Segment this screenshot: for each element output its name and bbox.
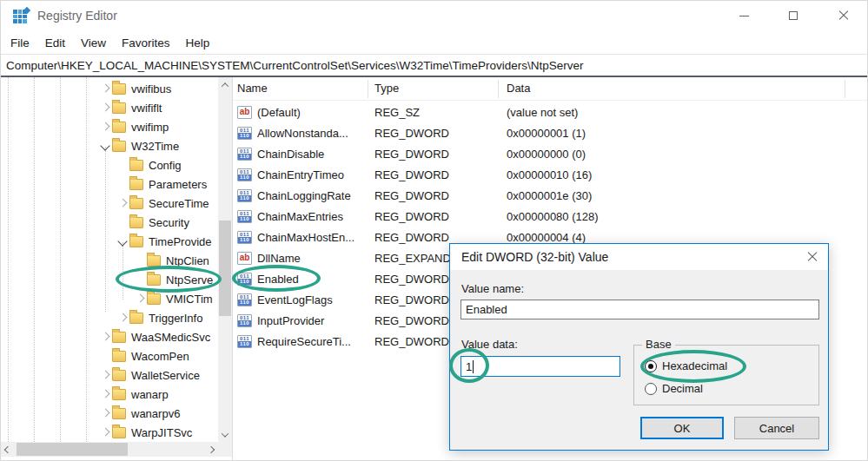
menu-favorites[interactable]: Favorites [114, 34, 178, 52]
value-name: DllName [257, 252, 301, 265]
menu-help[interactable]: Help [178, 34, 218, 52]
list-row[interactable]: 011110ChainEntryTimeoREG_DWORD0x00000010… [233, 164, 868, 185]
column-separator[interactable] [368, 80, 368, 98]
tree-item-waasmedicsvc[interactable]: WaaSMedicSvc [1, 327, 210, 346]
menu-file[interactable]: File [3, 34, 37, 52]
edit-dword-dialog: Edit DWORD (32-bit) Value Value name: En… [449, 243, 829, 451]
maximize-icon [789, 11, 798, 20]
radio-decimal[interactable]: Decimal [645, 382, 703, 395]
tree-item-wanarpv6[interactable]: wanarpv6 [1, 404, 180, 423]
dialog-title: Edit DWORD (32-bit) Value [461, 250, 608, 264]
value-type: REG_DWORD [374, 185, 500, 206]
radio-unselected-icon[interactable] [645, 383, 657, 395]
chevron-right-icon[interactable] [98, 330, 112, 344]
tree-item-security[interactable]: Security [1, 213, 189, 232]
chevron-down-icon[interactable] [116, 234, 129, 248]
folder-icon [112, 370, 126, 381]
registry-editor-window: Registry Editor File Edit View Favorites… [0, 0, 868, 461]
close-icon [807, 252, 818, 262]
tree-horizontal-scrollbar[interactable] [1, 442, 218, 457]
base-groupbox: Base Hexadecimal Decimal [633, 345, 819, 405]
list-row[interactable]: ab(Default)REG_SZ(value not set) [233, 102, 868, 122]
chevron-down-icon[interactable] [98, 139, 112, 153]
tree-item-ntpserver[interactable]: NtpServe [1, 270, 213, 289]
tree-item-vwifibus[interactable]: vwifibus [1, 79, 171, 98]
tree-item-label: Parameters [149, 178, 207, 191]
value-name-input[interactable]: Enabled [461, 300, 819, 319]
chevron-right-icon[interactable] [116, 311, 129, 325]
value-name: (Default) [257, 106, 301, 119]
minimize-button[interactable] [731, 6, 757, 25]
folder-icon [129, 160, 143, 171]
value-name: RequireSecureTi... [257, 335, 351, 348]
value-data-label: Value data: [461, 338, 518, 351]
scroll-right-arrow-icon[interactable] [204, 442, 218, 457]
list-row[interactable]: 011110AllowNonstanda...REG_DWORD0x000000… [233, 122, 868, 143]
dword-value-icon: 011110 [237, 273, 252, 286]
tree-item-walletservice[interactable]: WalletService [1, 366, 200, 385]
value-name-text: Enabled [466, 303, 507, 316]
chevron-right-icon[interactable] [98, 120, 112, 134]
scroll-down-arrow-icon[interactable] [218, 427, 232, 442]
radio-hexadecimal[interactable]: Hexadecimal [645, 359, 727, 372]
chevron-right-icon[interactable] [98, 368, 112, 382]
tree-item-wanarp[interactable]: wanarp [1, 385, 169, 404]
tree-item-securetime[interactable]: SecureTime [1, 194, 209, 213]
tree-item-label: SecureTime [149, 197, 209, 210]
chevron-right-icon[interactable] [98, 425, 112, 439]
close-button[interactable] [831, 6, 857, 25]
menu-view[interactable]: View [73, 34, 114, 52]
tree-item-label: TriggerInfo [149, 312, 202, 325]
ok-button[interactable]: OK [640, 417, 724, 439]
dword-value-icon: 011110 [237, 210, 252, 223]
tree-item-vwifimp[interactable]: vwifimp [1, 117, 169, 136]
tree-item-triggerinfo[interactable]: TriggerInfo [1, 308, 202, 327]
tree-item-warpjitsvc[interactable]: WarpJITSvc [1, 423, 192, 442]
tree-item-config[interactable]: Config [1, 155, 182, 175]
chevron-right-icon[interactable] [98, 82, 112, 95]
dword-value-icon: 011110 [237, 168, 252, 181]
value-data-text: 1 [466, 360, 472, 373]
column-header-type[interactable]: Type [374, 82, 399, 95]
list-row[interactable]: 011110ChainMaxEntriesREG_DWORD0x00000080… [233, 206, 868, 227]
chevron-right-icon[interactable] [98, 101, 112, 115]
column-header-data[interactable]: Data [507, 82, 530, 95]
tree-item-wacompen[interactable]: WacomPen [1, 346, 189, 366]
tree-item-w32time[interactable]: W32Time [1, 136, 179, 155]
tree-item-label: vwifimp [131, 121, 169, 134]
address-bar[interactable]: Computer\HKEY_LOCAL_MACHINE\SYSTEM\Curre… [1, 54, 868, 77]
column-header-name[interactable]: Name [237, 82, 268, 95]
menu-edit[interactable]: Edit [37, 34, 73, 52]
chevron-right-icon[interactable] [133, 292, 147, 306]
tree-item-label: WalletService [131, 369, 200, 382]
tree-item-ntpclient[interactable]: NtpClien [1, 251, 209, 270]
tree-item-timeproviders[interactable]: TimeProvide [1, 232, 211, 251]
tree-item-vwififlt[interactable]: vwififlt [1, 98, 162, 117]
scroll-up-arrow-icon[interactable] [218, 77, 232, 92]
chevron-right-icon[interactable] [98, 387, 112, 401]
list-row[interactable]: 011110ChainDisableREG_DWORD0x00000000 (0… [233, 143, 868, 164]
column-separator[interactable] [498, 80, 499, 98]
chevron-right-icon[interactable] [116, 196, 129, 210]
value-data: 0x00000000 (0) [507, 143, 854, 164]
cancel-button[interactable]: Cancel [734, 417, 819, 439]
tree-item-parameters[interactable]: Parameters [1, 175, 207, 194]
value-type: REG_SZ [374, 102, 500, 122]
radio-selected-icon[interactable] [645, 360, 657, 372]
value-data: 0x00000010 (16) [507, 164, 854, 185]
chevron-right-icon[interactable] [98, 406, 112, 420]
tree-item-label: wanarpv6 [131, 407, 180, 420]
maximize-button[interactable] [780, 6, 806, 25]
tree-item-label: NtpServe [166, 273, 213, 286]
vertical-scroll-thumb[interactable] [219, 221, 231, 316]
scroll-left-arrow-icon[interactable] [1, 442, 15, 457]
dword-value-icon: 011110 [237, 148, 252, 161]
list-row[interactable]: 011110ChainLoggingRateREG_DWORD0x0000001… [233, 185, 868, 206]
dialog-close-button[interactable] [805, 251, 819, 263]
tree-item-vmictimeprovider[interactable]: VMICTim [1, 289, 213, 308]
tree-vertical-scrollbar[interactable] [218, 77, 232, 442]
horizontal-scroll-thumb[interactable] [17, 443, 128, 456]
value-data-input[interactable]: 1 [461, 356, 620, 377]
column-separator[interactable] [845, 80, 845, 98]
value-data: (value not set) [507, 102, 854, 122]
